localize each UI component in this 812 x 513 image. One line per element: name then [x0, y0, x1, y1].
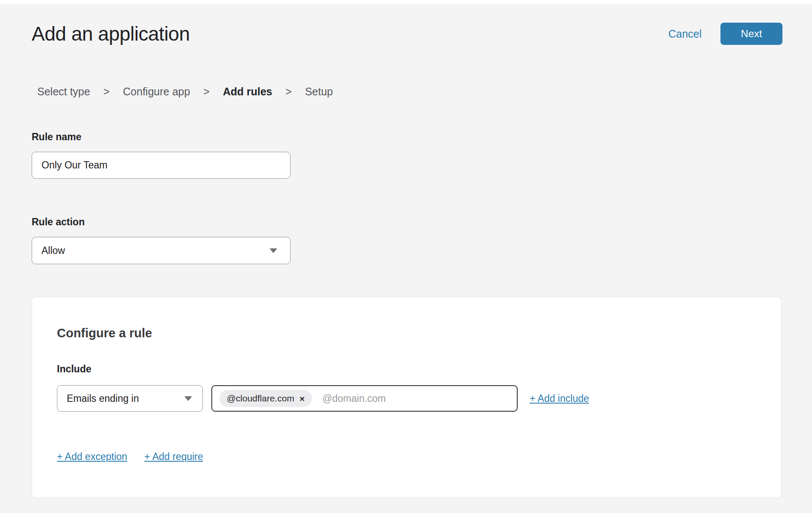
email-domain-tag-label: @cloudflare.com	[227, 393, 294, 404]
breadcrumb-separator: >	[203, 86, 210, 98]
chevron-down-icon	[184, 396, 192, 401]
email-domain-tag-input[interactable]: @cloudflare.com ×	[211, 385, 518, 412]
breadcrumb-step-configure-app[interactable]: Configure app	[123, 86, 190, 98]
remove-tag-icon[interactable]: ×	[299, 394, 305, 403]
chevron-down-icon	[270, 248, 277, 253]
rule-card-bottom-links: + Add exception + Add require	[57, 451, 756, 463]
breadcrumb-separator: >	[285, 86, 292, 98]
cancel-button[interactable]: Cancel	[668, 28, 702, 40]
include-row: Emails ending in @cloudflare.com × + Add…	[57, 385, 756, 412]
breadcrumb-step-setup[interactable]: Setup	[305, 86, 333, 98]
email-domain-tag: @cloudflare.com ×	[219, 390, 312, 407]
breadcrumb: Select type > Configure app > Add rules …	[37, 86, 782, 98]
top-strip	[0, 0, 812, 4]
include-label: Include	[57, 363, 756, 375]
page-header: Add an application Cancel Next	[32, 22, 782, 45]
breadcrumb-step-select-type[interactable]: Select type	[37, 86, 90, 98]
rule-action-select[interactable]: Allow	[32, 237, 290, 264]
page-title: Add an application	[32, 22, 190, 45]
configure-rule-card: Configure a rule Include Emails ending i…	[32, 297, 782, 498]
rule-name-input[interactable]	[32, 152, 290, 179]
email-domain-input[interactable]	[322, 393, 511, 404]
rule-action-selected-value: Allow	[41, 245, 65, 256]
add-exception-link[interactable]: + Add exception	[57, 451, 127, 463]
breadcrumb-step-add-rules[interactable]: Add rules	[223, 86, 272, 98]
rule-action-label: Rule action	[32, 216, 782, 228]
breadcrumb-separator: >	[104, 86, 110, 98]
rule-name-field: Rule name	[32, 131, 782, 179]
next-button[interactable]: Next	[720, 23, 782, 45]
rule-name-label: Rule name	[32, 131, 782, 143]
rule-action-field: Rule action Allow	[32, 216, 782, 264]
add-require-link[interactable]: + Add require	[144, 451, 203, 463]
header-actions: Cancel Next	[668, 23, 782, 45]
include-selector-select[interactable]: Emails ending in	[57, 385, 203, 412]
include-selector-value: Emails ending in	[67, 393, 139, 404]
add-application-page: Add an application Cancel Next Select ty…	[0, 4, 812, 498]
configure-rule-title: Configure a rule	[57, 326, 756, 340]
add-include-link[interactable]: + Add include	[530, 393, 589, 404]
